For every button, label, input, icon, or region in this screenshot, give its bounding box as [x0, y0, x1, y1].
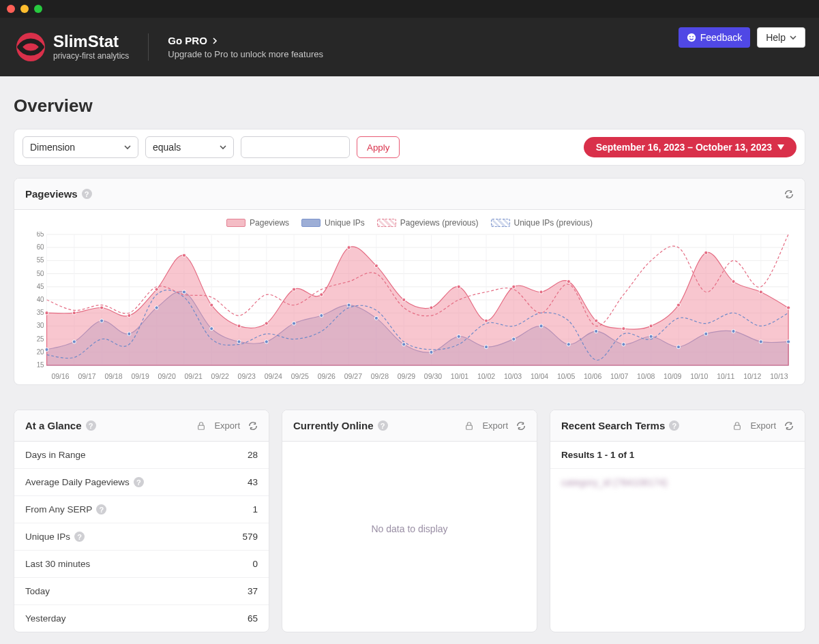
help-icon[interactable]: ? [86, 420, 96, 431]
svg-point-78 [704, 251, 708, 254]
svg-point-81 [787, 306, 790, 309]
svg-point-3 [692, 36, 694, 37]
svg-point-57 [128, 313, 131, 317]
caret-down-icon [777, 144, 784, 150]
close-window-dot[interactable] [7, 5, 15, 13]
help-icon[interactable]: ? [82, 189, 92, 199]
svg-point-73 [567, 280, 570, 283]
chevron-down-icon [220, 144, 226, 151]
svg-point-74 [595, 319, 598, 322]
pageviews-card: Pageviews ? PageviewsUnique IPsPageviews… [14, 178, 805, 385]
svg-point-69 [457, 285, 460, 288]
export-button[interactable]: Export [482, 420, 508, 431]
svg-point-93 [347, 303, 351, 307]
svg-point-79 [732, 280, 735, 283]
svg-rect-110 [198, 425, 205, 429]
svg-point-64 [320, 293, 323, 296]
svg-point-88 [210, 327, 213, 331]
window-chrome [0, 0, 819, 18]
at-a-glance-card: At a Glance ? Export Days in Range28Aver… [14, 410, 269, 632]
refresh-button[interactable] [784, 189, 794, 199]
svg-text:55: 55 [37, 256, 44, 264]
legend-item[interactable]: Pageviews [226, 218, 289, 228]
brand: SlimStat privacy-first analytics [16, 33, 129, 61]
svg-point-67 [402, 298, 406, 301]
brand-logo-icon [16, 33, 45, 61]
help-icon[interactable]: ? [96, 504, 106, 515]
svg-point-71 [512, 285, 516, 288]
promo[interactable]: Go PRO Upgrade to Pro to unlock more fea… [168, 35, 323, 59]
svg-point-91 [293, 322, 296, 325]
export-button[interactable]: Export [214, 420, 240, 431]
svg-point-90 [265, 340, 268, 343]
zoom-window-dot[interactable] [34, 5, 42, 13]
svg-text:60: 60 [37, 243, 44, 251]
svg-point-100 [539, 324, 543, 328]
svg-point-63 [293, 288, 296, 291]
refresh-button[interactable] [516, 421, 526, 431]
svg-point-70 [484, 319, 488, 322]
currently-online-card: Currently Online ? Export No data to dis… [282, 410, 537, 632]
svg-point-66 [374, 264, 378, 267]
svg-text:40: 40 [37, 296, 44, 303]
operator-select[interactable]: equals [145, 136, 234, 158]
help-icon[interactable]: ? [378, 420, 388, 431]
date-range-picker[interactable]: September 16, 2023 – October 13, 2023 [584, 137, 796, 157]
svg-text:30: 30 [37, 322, 44, 329]
separator [148, 33, 149, 61]
svg-text:35: 35 [37, 309, 44, 316]
svg-point-86 [155, 306, 158, 309]
refresh-icon [248, 421, 258, 431]
refresh-icon [784, 421, 794, 431]
stat-row: Unique IPs?579 [14, 523, 269, 550]
lock-icon [464, 421, 474, 431]
svg-point-59 [182, 254, 185, 257]
dimension-select[interactable]: Dimension [23, 136, 138, 158]
stat-row: Yesterday65 [14, 604, 269, 632]
svg-point-54 [45, 311, 48, 315]
help-icon[interactable]: ? [669, 420, 679, 431]
help-icon[interactable]: ? [74, 532, 85, 542]
chevron-down-icon [124, 144, 131, 151]
refresh-button[interactable] [248, 421, 258, 431]
pageviews-chart[interactable]: 1520253035404550556065 [27, 232, 792, 368]
feedback-button[interactable]: Feedback [679, 27, 750, 48]
svg-point-106 [704, 332, 708, 335]
svg-point-77 [676, 303, 680, 307]
svg-rect-112 [734, 425, 741, 429]
svg-text:50: 50 [37, 270, 44, 277]
promo-title: Go PRO [168, 35, 207, 46]
lock-icon [196, 421, 206, 431]
topbar: SlimStat privacy-first analytics Go PRO … [0, 18, 819, 76]
card-title: At a Glance [25, 420, 82, 431]
export-button[interactable]: Export [750, 420, 776, 431]
filter-value-input[interactable] [241, 136, 350, 158]
svg-point-83 [72, 340, 76, 343]
lock-icon [732, 421, 742, 431]
minimize-window-dot[interactable] [20, 5, 29, 13]
apply-button[interactable]: Apply [357, 136, 400, 158]
results-count: Results 1 - 1 of 1 [550, 442, 805, 469]
svg-point-89 [237, 340, 241, 343]
svg-point-96 [430, 350, 433, 354]
svg-point-108 [759, 340, 762, 343]
svg-point-62 [265, 322, 268, 325]
svg-point-107 [732, 329, 735, 333]
refresh-icon [516, 421, 526, 431]
svg-point-84 [100, 319, 104, 322]
svg-point-75 [622, 327, 625, 331]
legend-item[interactable]: Pageviews (previous) [377, 218, 479, 228]
help-icon[interactable]: ? [134, 477, 144, 487]
chart-xaxis: 09/1609/1709/1809/1909/2009/2109/2209/23… [27, 368, 792, 380]
recent-search-terms-card: Recent Search Terms ? Export Results 1 -… [550, 410, 805, 632]
stat-row: From Any SERP?1 [14, 495, 269, 523]
svg-point-99 [512, 337, 516, 341]
legend-item[interactable]: Unique IPs (previous) [491, 218, 593, 228]
refresh-button[interactable] [784, 421, 794, 431]
brand-tagline: privacy-first analytics [53, 51, 129, 61]
chevron-down-icon [790, 34, 796, 41]
legend-item[interactable]: Unique IPs [301, 218, 365, 228]
svg-text:65: 65 [37, 232, 44, 238]
svg-point-2 [689, 36, 691, 37]
help-button[interactable]: Help [757, 27, 805, 48]
